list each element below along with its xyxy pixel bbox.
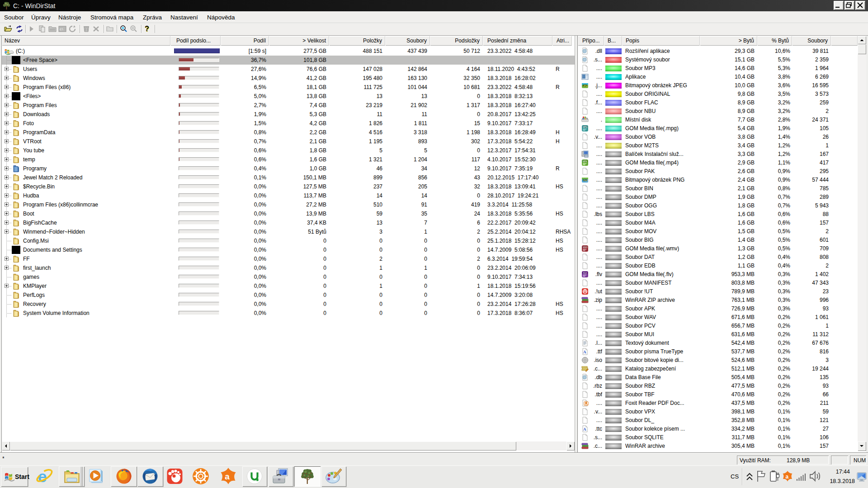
svg-text:MPG: MPG xyxy=(583,126,588,128)
svg-text:c:\: c:\ xyxy=(60,28,63,31)
svg-text:JPG: JPG xyxy=(583,85,587,87)
svg-text:A: A xyxy=(583,350,586,354)
svg-text:WMV: WMV xyxy=(583,246,588,249)
svg-text:A: A xyxy=(583,427,586,432)
svg-text:a: a xyxy=(786,474,789,480)
svg-text:MP4: MP4 xyxy=(583,160,587,163)
svg-text:PNG: PNG xyxy=(583,179,588,182)
svg-text:PDF: PDF xyxy=(585,404,588,406)
svg-text:a: a xyxy=(225,472,230,481)
svg-text:FLV: FLV xyxy=(583,272,587,274)
